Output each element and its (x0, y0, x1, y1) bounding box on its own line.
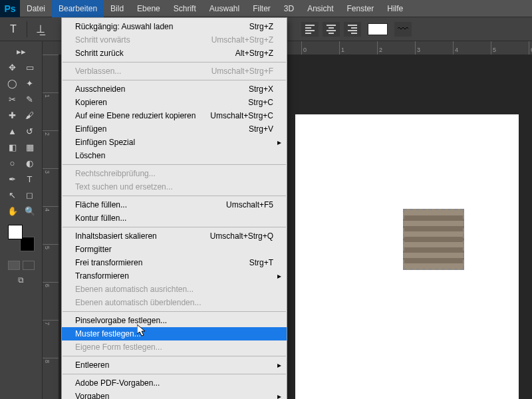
wand-tool-icon[interactable]: ✦ (22, 76, 38, 90)
menu-item-kontur-f-llen[interactable]: Kontur füllen... (62, 211, 287, 225)
menu-3d[interactable]: 3D (277, 0, 301, 17)
ruler-mark: 5 (43, 244, 59, 282)
menu-item-adobe-pdf-vorgaben[interactable]: Adobe PDF-Vorgaben... (62, 376, 287, 390)
tools-panel: ▸▸ ✥▭ ◯✦ ✂✎ ✚🖌 ▲↺ ◧▦ ○◐ ✒T ↖◻ ✋🔍 ⧉ (0, 41, 43, 399)
ruler-mark: 3 (415, 41, 453, 55)
app-logo[interactable]: Ps (0, 0, 20, 17)
menu-item-vorgaben[interactable]: Vorgaben (62, 390, 287, 399)
menu-fenster[interactable]: Fenster (340, 0, 381, 17)
edit-menu-dropdown: Rückgängig: Auswahl ladenStrg+ZSchritt v… (61, 17, 287, 399)
menu-item-formgitter[interactable]: Formgitter (62, 243, 287, 256)
menu-item-fl-che-f-llen[interactable]: Fläche füllen...Umschalt+F5 (62, 198, 287, 211)
align-right-button[interactable] (344, 22, 361, 37)
tab-collapse-icon[interactable]: ▸▸ (13, 44, 29, 59)
menu-item-muster-festlegen[interactable]: Muster festlegen... (62, 327, 287, 340)
menu-item-eigene-form-festlegen: Eigene Form festlegen... (62, 340, 287, 354)
menu-item-entleeren[interactable]: Entleeren (62, 358, 287, 372)
shape-tool-icon[interactable]: ◻ (22, 188, 38, 202)
cursor-icon (137, 325, 149, 340)
menu-item-pinselvorgabe-festlegen[interactable]: Pinselvorgabe festlegen... (62, 314, 287, 327)
eraser-tool-icon[interactable]: ◧ (5, 140, 21, 154)
menu-item-einf-gen[interactable]: EinfügenStrg+V (62, 122, 287, 136)
ruler-mark (43, 55, 59, 92)
stamp-tool-icon[interactable]: ▲ (5, 124, 21, 138)
menubar: Ps DateiBearbeitenBildEbeneSchriftAuswah… (0, 0, 532, 17)
dodge-tool-icon[interactable]: ◐ (22, 156, 38, 170)
ruler-mark: 2 (43, 130, 59, 168)
ruler-mark: 3 (43, 168, 59, 206)
color-picker[interactable] (8, 225, 35, 251)
menu-item-schritt-zur-ck[interactable]: Schritt zurückAlt+Strg+Z (62, 47, 287, 60)
foreground-color[interactable] (8, 225, 23, 239)
ruler-mark: 1 (339, 41, 377, 55)
crop-tool-icon[interactable]: ✂ (5, 92, 21, 106)
menu-hilfe[interactable]: Hilfe (380, 0, 410, 17)
blur-tool-icon[interactable]: ○ (5, 156, 21, 170)
text-color-swatch[interactable] (368, 23, 388, 35)
zoom-tool-icon[interactable]: 🔍 (22, 203, 38, 218)
hand-tool-icon[interactable]: ✋ (5, 203, 21, 218)
path-select-icon[interactable]: ↖ (5, 188, 21, 202)
quickmask-on-icon[interactable] (23, 261, 35, 270)
ruler-mark: 6 (43, 282, 59, 320)
warp-text-button[interactable]: 〰 (394, 22, 412, 37)
menu-auswahl[interactable]: Auswahl (203, 0, 246, 17)
ruler-vertical[interactable]: 12345678 (43, 55, 59, 399)
menu-item-r-ckg-ngig-auswahl-laden[interactable]: Rückgängig: Auswahl ladenStrg+Z (62, 20, 287, 33)
menu-bearbeiten[interactable]: Bearbeiten (52, 0, 104, 17)
text-tool-icon[interactable]: T (4, 20, 23, 39)
menu-item-ebenen-automatisch-berblenden: Ebenen automatisch überblenden... (62, 296, 287, 309)
ruler-mark: 7 (43, 320, 59, 358)
ruler-mark: 0 (301, 41, 339, 55)
menu-filter[interactable]: Filter (246, 0, 277, 17)
ruler-mark: 1 (43, 92, 59, 130)
ruler-mark: 5 (491, 41, 529, 55)
menu-item-frei-transformieren[interactable]: Frei transformierenStrg+T (62, 256, 287, 269)
menu-item-inhaltsbasiert-skalieren[interactable]: Inhaltsbasiert skalierenUmschalt+Strg+Q (62, 229, 287, 243)
ruler-origin[interactable] (43, 41, 59, 55)
menu-schrift[interactable]: Schrift (167, 0, 203, 17)
type-tool-icon[interactable]: T (22, 172, 38, 186)
eyedropper-tool-icon[interactable]: ✎ (22, 92, 38, 106)
menu-item-text-suchen-und-ersetzen: Text suchen und ersetzen... (62, 180, 287, 194)
menu-item-schritt-vorw-rts: Schritt vorwärtsUmschalt+Strg+Z (62, 33, 287, 47)
orientation-toggle-icon[interactable]: ⊥̲ (31, 20, 50, 39)
align-center-button[interactable] (323, 22, 340, 37)
ruler-mark: 4 (453, 41, 491, 55)
ruler-mark: 2 (377, 41, 415, 55)
menu-bild[interactable]: Bild (104, 0, 130, 17)
menu-item-transformieren[interactable]: Transformieren (62, 269, 287, 283)
quickmask-off-icon[interactable] (8, 261, 20, 270)
menu-item-rechtschreibpr-fung: Rechtschreibprüfung... (62, 167, 287, 180)
menu-ebene[interactable]: Ebene (130, 0, 167, 17)
lasso-tool-icon[interactable]: ◯ (5, 76, 21, 90)
menu-item-einf-gen-spezial[interactable]: Einfügen Spezial (62, 136, 287, 149)
align-left-button[interactable] (301, 22, 319, 37)
menu-item-verblassen: Verblassen...Umschalt+Strg+F (62, 65, 287, 78)
menu-item-auf-eine-ebene-reduziert-kopieren[interactable]: Auf eine Ebene reduziert kopierenUmschal… (62, 109, 287, 122)
gradient-tool-icon[interactable]: ▦ (22, 140, 38, 154)
screen-mode-icon[interactable]: ⧉ (0, 275, 42, 285)
move-tool-icon[interactable]: ✥ (5, 60, 21, 74)
ruler-mark: 8 (43, 358, 59, 396)
healing-tool-icon[interactable]: ✚ (5, 108, 21, 122)
marquee-tool-icon[interactable]: ▭ (22, 60, 38, 74)
menu-item-kopieren[interactable]: KopierenStrg+C (62, 96, 287, 109)
marquee-selection[interactable] (403, 209, 464, 270)
ruler-mark: 6 (529, 41, 532, 55)
brush-tool-icon[interactable]: 🖌 (22, 108, 38, 122)
menu-item-l-schen[interactable]: Löschen (62, 149, 287, 162)
menu-datei[interactable]: Datei (20, 0, 52, 17)
menu-item-ebenen-automatisch-ausrichten: Ebenen automatisch ausrichten... (62, 283, 287, 296)
pen-tool-icon[interactable]: ✒ (5, 172, 21, 186)
menu-item-ausschneiden[interactable]: AusschneidenStrg+X (62, 82, 287, 96)
menu-ansicht[interactable]: Ansicht (301, 0, 340, 17)
history-brush-icon[interactable]: ↺ (22, 124, 38, 138)
ruler-mark: 4 (43, 206, 59, 244)
